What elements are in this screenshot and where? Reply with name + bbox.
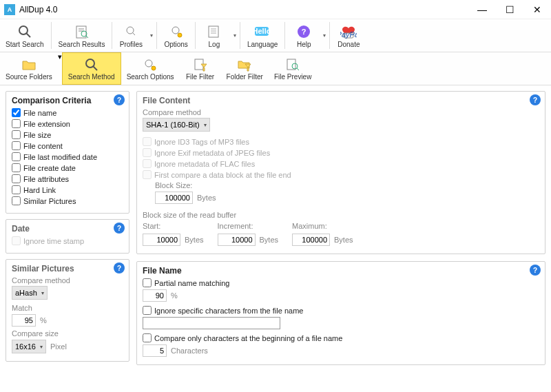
options-label: Options	[164, 41, 187, 48]
svg-point-11	[178, 33, 182, 37]
language-label: Language	[247, 41, 278, 48]
separator	[112, 22, 112, 49]
results-icon	[73, 23, 91, 40]
tab-file-filter[interactable]: File Filter	[180, 52, 221, 85]
help-icon[interactable]: ?	[114, 262, 125, 274]
partial-percent-input[interactable]	[143, 289, 167, 302]
chevron-down-icon[interactable]: ▾	[148, 19, 155, 52]
partial-name-matching[interactable]: Partial name matching	[143, 278, 539, 287]
maximize-button[interactable]: ☐	[496, 0, 523, 19]
search-options-icon	[141, 56, 159, 73]
tab-search-method[interactable]: Search Method	[62, 52, 121, 85]
separator	[329, 22, 330, 49]
increment-input[interactable]	[218, 234, 256, 246]
chevron-down-icon[interactable]: ▾	[231, 19, 238, 52]
tab-label: Folder Filter	[227, 73, 263, 81]
options-button[interactable]: Options	[158, 19, 193, 52]
match-input[interactable]	[12, 314, 36, 327]
log-button[interactable]: Log	[197, 19, 231, 52]
compare-beginning[interactable]: Compare only characters at the beginning…	[143, 333, 539, 342]
close-button[interactable]: ✕	[523, 0, 551, 19]
profiles-icon	[122, 23, 140, 40]
separator	[240, 22, 240, 49]
titlebar: A AllDup 4.0 — ☐ ✕	[0, 0, 551, 19]
block-size-input[interactable]	[155, 192, 193, 204]
criteria-file-size[interactable]: File size	[12, 130, 123, 139]
tab-search-options[interactable]: Search Options	[121, 52, 180, 85]
tab-folder-filter[interactable]: Folder Filter	[221, 52, 269, 85]
tab-label: Source Folders	[6, 73, 52, 81]
help-icon: ?	[295, 23, 313, 40]
buffer-increment: Increment: Bytes	[218, 222, 279, 248]
help-icon[interactable]: ?	[530, 94, 541, 105]
separator	[284, 22, 285, 49]
criteria-file-create[interactable]: File create date	[12, 163, 123, 172]
criteria-file-extension[interactable]: File extension	[12, 119, 123, 128]
ignore-id3: Ignore ID3 Tags of MP3 files	[143, 137, 539, 146]
compare-method-select[interactable]: SHA-1 (160-Bit)▾	[143, 118, 210, 132]
ignore-exif: Ignore Exif metadata of JPEG files	[143, 148, 539, 157]
unit-label: %	[171, 291, 178, 300]
svg-rect-28	[287, 59, 295, 70]
chevron-down-icon: ▾	[41, 290, 44, 296]
compare-method-select[interactable]: aHash▾	[12, 286, 48, 300]
buffer-label: Block size of the read buffer	[143, 211, 539, 219]
block-size-label: Block Size:	[155, 181, 539, 189]
help-icon[interactable]: ?	[114, 223, 125, 234]
start-search-label: Start Search	[6, 41, 44, 48]
left-column: Comparison Criteria ? File name File ext…	[6, 91, 129, 365]
panel-file-name: File Name ? Partial name matching % Igno…	[136, 261, 545, 365]
help-icon[interactable]: ?	[114, 94, 125, 105]
folder-icon	[20, 56, 38, 73]
ignore-chars-input[interactable]	[143, 317, 280, 329]
options-icon	[167, 23, 185, 40]
criteria-hard-link[interactable]: Hard Link	[12, 185, 123, 194]
svg-line-1	[26, 33, 30, 37]
panel-title: File Name	[143, 266, 539, 276]
panel-title: File Content	[143, 96, 539, 105]
chevron-down-icon: ▾	[40, 344, 43, 350]
svg-rect-12	[209, 26, 218, 37]
panel-title: Comparison Criteria	[12, 96, 123, 105]
profiles-button[interactable]: Profiles	[114, 19, 148, 52]
minimize-button[interactable]: —	[468, 0, 496, 19]
search-results-button[interactable]: Search Results	[53, 19, 111, 52]
search-results-label: Search Results	[59, 41, 105, 48]
help-icon[interactable]: ?	[530, 265, 541, 276]
criteria-file-modified[interactable]: File last modified date	[12, 152, 123, 161]
donate-icon: PayPal	[340, 23, 357, 40]
right-column: File Content ? Compare method SHA-1 (160…	[136, 91, 545, 365]
chevron-down-icon[interactable]: ▾	[321, 19, 328, 52]
compare-size-row: 16x16▾ Pixel	[12, 340, 123, 353]
criteria-file-name[interactable]: File name	[12, 108, 123, 117]
separator	[51, 22, 52, 49]
window-title: AllDup 4.0	[19, 5, 468, 14]
help-button[interactable]: ? Help	[287, 19, 321, 52]
ignore-time-stamp: Ignore time stamp	[12, 236, 123, 245]
search-method-icon	[83, 56, 101, 73]
compare-size-select[interactable]: 16x16▾	[12, 340, 46, 353]
window-controls: — ☐ ✕	[468, 0, 551, 19]
separator	[156, 22, 157, 49]
tab-label: File Preview	[274, 73, 311, 81]
begin-chars-input[interactable]	[143, 344, 167, 357]
first-compare-block: First compare a data block at the file e…	[143, 170, 539, 179]
criteria-file-content[interactable]: File content	[12, 141, 123, 150]
start-search-button[interactable]: Start Search	[0, 19, 50, 52]
donate-label: Donate	[337, 41, 360, 48]
svg-text:PayPal: PayPal	[340, 30, 357, 39]
criteria-file-attributes[interactable]: File attributes	[12, 174, 123, 183]
tab-source-folders[interactable]: Source Folders	[0, 52, 58, 85]
tab-file-preview[interactable]: File Preview	[269, 52, 317, 85]
unit-label: Bytes	[185, 236, 204, 244]
ignore-specific-chars[interactable]: Ignore specific characters from the file…	[143, 306, 539, 315]
unit-label: Characters	[171, 347, 208, 355]
tabbar: Source Folders ▾ Search Method Search Op…	[0, 52, 551, 85]
start-input[interactable]	[143, 234, 180, 246]
language-button[interactable]: Hello Language	[242, 19, 284, 52]
buffer-start: Start: Bytes	[143, 222, 204, 248]
criteria-similar-pictures[interactable]: Similar Pictures	[12, 196, 123, 205]
donate-button[interactable]: PayPal Donate	[331, 19, 366, 52]
maximum-input[interactable]	[292, 234, 330, 246]
unit-label: Bytes	[260, 236, 279, 244]
